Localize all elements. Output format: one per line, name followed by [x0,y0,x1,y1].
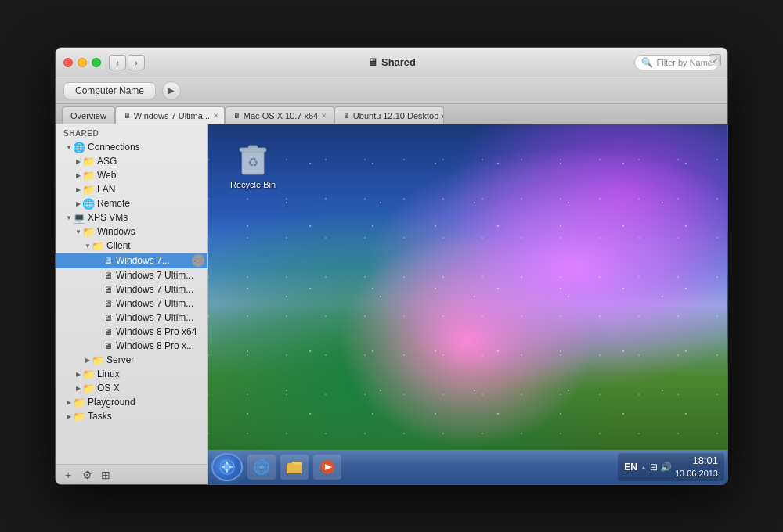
xps-label: XPS VMs [88,212,128,223]
tray-expand-icon[interactable]: ▲ [640,464,647,471]
volume-icon: 🔊 [660,462,672,473]
sidebar-item-windows7-1[interactable]: 🖥 Windows 7 Ultim... [56,268,207,282]
lan-icon: 📁 [82,185,95,194]
vm-icon: 🖥 [101,256,114,265]
sidebar-item-tasks[interactable]: 📁 Tasks [56,409,207,423]
forward-button[interactable]: › [128,55,145,70]
time-display: 18:01 [692,454,718,468]
grid-button[interactable]: ⊞ [98,467,114,483]
triangle-icon [74,157,82,165]
ie-button[interactable] [247,455,276,480]
server-label: Server [106,354,134,365]
close-button[interactable] [63,58,73,67]
triangle-icon [74,185,82,193]
folder-taskbar-button[interactable] [280,455,309,480]
tab-ubuntu[interactable]: 🖥 Ubuntu 12.10 Desktop x... ✕ [334,106,444,124]
sidebar-item-xps-vms[interactable]: 💻 XPS VMs [56,210,207,225]
triangle-icon [65,214,73,221]
osx-label: OS X [97,383,120,394]
tab-macosx[interactable]: 🖥 Mac OS X 10.7 x64 ✕ [225,106,334,124]
sidebar-item-windows8-x64[interactable]: 🖥 Windows 8 Pro x64 [56,325,207,339]
sidebar-item-client[interactable]: 📁 Client [56,239,207,253]
gear-button[interactable]: ⚙ [79,467,95,483]
sidebar-item-asg[interactable]: 📁 ASG [56,154,207,168]
sidebar-item-lan[interactable]: 📁 LAN [56,182,207,196]
toolbar: Computer Name ▶ [56,77,727,104]
tab-macosx-label: Mac OS X 10.7 x64 [244,111,318,120]
search-icon: 🔍 [641,57,653,68]
minimize-button[interactable] [78,58,87,67]
remote-icon: 🌐 [82,199,95,208]
media-taskbar-button[interactable] [313,455,341,480]
start-button[interactable] [211,453,243,481]
main-window: ‹ › 🖥 Shared 🔍 Filter by Name ⤢ Computer… [55,47,728,485]
windows8-x-label: Windows 8 Pro x... [116,340,194,351]
sidebar-item-remote[interactable]: 🌐 Remote [56,196,207,210]
tab-icon: 🖥 [343,112,350,120]
client-icon: 📁 [92,241,104,250]
window-title: 🖥 Shared [367,56,416,68]
maximize-button[interactable] [92,58,101,67]
back-button[interactable]: ‹ [109,55,126,70]
svg-rect-9 [229,466,233,468]
sidebar-item-osx[interactable]: 📁 OS X [56,381,207,395]
sidebar-item-web[interactable]: 📁 Web [56,168,207,182]
sidebar-item-windows8-x[interactable]: 🖥 Windows 8 Pro x... [56,339,207,353]
vm-icon: 🖥 [101,271,114,280]
svg-rect-8 [222,466,225,468]
sidebar-item-playground[interactable]: 📁 Playground [56,395,207,409]
tab-close-icon[interactable]: ✕ [321,112,327,120]
sidebar-item-windows[interactable]: 📁 Windows [56,225,207,239]
vm-icon: 🖥 [101,299,114,308]
sidebar-item-connections[interactable]: 🌐 Connections [56,140,207,154]
screen-corner-button[interactable]: ⤢ [709,54,721,66]
sidebar-item-server[interactable]: 📁 Server [56,353,207,367]
tray-icons: ⊟ 🔊 [650,462,672,473]
taskbar: EN ▲ ⊟ 🔊 18:01 13.06.2013 [208,450,727,484]
sidebar-item-windows7-2[interactable]: 🖥 Windows 7 Ultim... [56,282,207,297]
play-button[interactable]: ▶ [162,81,181,100]
linux-icon: 📁 [82,369,95,379]
windows7-selected-label: Windows 7... [116,255,170,266]
taskbar-clock: 18:01 13.06.2013 [675,454,718,480]
add-button[interactable]: + [60,467,76,483]
svg-rect-2 [248,146,258,149]
tab-close-icon[interactable]: ✕ [213,112,219,120]
windows7-4-label: Windows 7 Ultim... [116,312,193,323]
svg-rect-7 [226,469,228,473]
vm-icon: 🖥 [101,285,114,294]
windows-label: Windows [97,226,135,237]
remote-label: Remote [97,198,130,209]
connections-icon: 🌐 [73,142,85,152]
svg-rect-6 [226,462,228,465]
sidebar-toolbar: + ⚙ ⊞ [56,464,207,484]
sidebar-item-windows7-4[interactable]: 🖥 Windows 7 Ultim... [56,311,207,325]
triangle-icon [84,356,92,364]
windows7-1-label: Windows 7 Ultim... [116,270,193,281]
tasks-icon: 📁 [73,412,85,421]
triangle-icon [84,242,92,250]
tab-ubuntu-label: Ubuntu 12.10 Desktop x... [353,111,444,120]
sidebar-item-linux[interactable]: 📁 Linux [56,367,207,381]
taskbar-system-tray: EN ▲ ⊟ 🔊 18:01 13.06.2013 [618,453,724,481]
tab-windows7-label: Windows 7 Ultima... [134,111,210,120]
recycle-bin-label: Recycle Bin [230,180,276,189]
sidebar-section-header: SHARED [56,124,207,140]
tab-windows7[interactable]: 🖥 Windows 7 Ultima... ✕ [115,106,225,124]
computer-name-button[interactable]: Computer Name [63,82,156,99]
svg-point-15 [259,465,264,469]
sidebar-item-windows7-selected[interactable]: 🖥 Windows 7... − [56,253,207,268]
sidebar: SHARED 🌐 Connections 📁 ASG 📁 Web 📁 LAN [56,124,208,484]
triangle-icon [65,398,73,406]
tab-overview-label: Overview [70,111,106,120]
title-text: Shared [381,56,416,68]
recycle-bin[interactable]: ♻ Recycle Bin [230,140,276,189]
tabs-bar: Overview 🖥 Windows 7 Ultima... ✕ 🖥 Mac O… [56,104,727,124]
tab-overview[interactable]: Overview [62,106,115,124]
vm-badge: − [192,254,204,267]
asg-icon: 📁 [82,156,95,166]
vm-icon: 🖥 [101,313,114,322]
search-box[interactable]: 🔍 Filter by Name [634,55,720,70]
main-content: SHARED 🌐 Connections 📁 ASG 📁 Web 📁 LAN [56,124,727,484]
sidebar-item-windows7-3[interactable]: 🖥 Windows 7 Ultim... [56,297,207,311]
